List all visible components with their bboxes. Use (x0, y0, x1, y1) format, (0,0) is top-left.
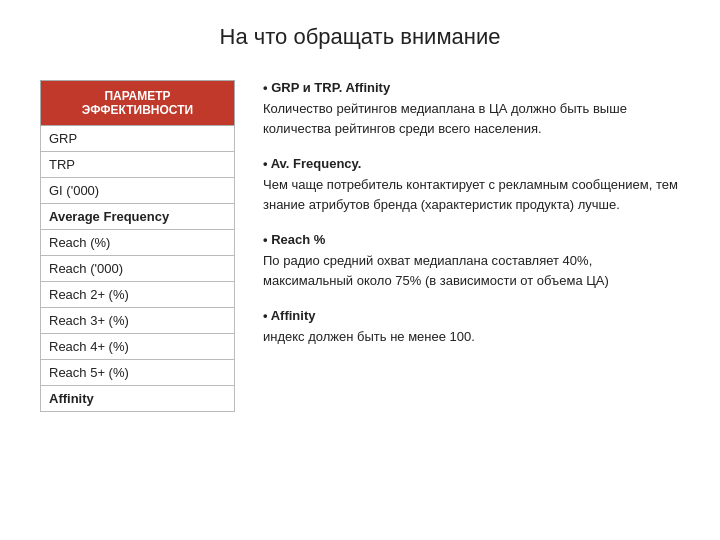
bullet-title: • GRP и TRP. Affinity (263, 80, 680, 95)
table-row: Reach (%) (40, 230, 235, 256)
bullet-title: • Affinity (263, 308, 680, 323)
table-row: Reach 5+ (%) (40, 360, 235, 386)
right-section: • GRP и TRP. AffinityКоличество рейтинго… (263, 80, 680, 347)
table-row: GRP (40, 126, 235, 152)
bullet-block: • Affinityиндекс должен быть не менее 10… (263, 308, 680, 347)
bullet-text: индекс должен быть не менее 100. (263, 327, 680, 347)
table-row: Average Frequency (40, 204, 235, 230)
bullet-text: Количество рейтингов медиаплана в ЦА дол… (263, 99, 680, 138)
table-row: Reach 2+ (%) (40, 282, 235, 308)
table-row: Affinity (40, 386, 235, 412)
page-title: На что обращать внимание (40, 24, 680, 50)
table-section: ПАРАМЕТР ЭФФЕКТИВНОСТИ GRPTRPGI ('000)Av… (40, 80, 235, 412)
bullet-block: • Reach %По радио средний охват медиапла… (263, 232, 680, 290)
bullet-title: • Reach % (263, 232, 680, 247)
table-row: Reach 3+ (%) (40, 308, 235, 334)
bullet-text: Чем чаще потребитель контактирует с рекл… (263, 175, 680, 214)
bullet-text: По радио средний охват медиаплана состав… (263, 251, 680, 290)
table-row: Reach 4+ (%) (40, 334, 235, 360)
content-area: ПАРАМЕТР ЭФФЕКТИВНОСТИ GRPTRPGI ('000)Av… (40, 80, 680, 412)
bullet-block: • Av. Frequency.Чем чаще потребитель кон… (263, 156, 680, 214)
table-header: ПАРАМЕТР ЭФФЕКТИВНОСТИ (40, 80, 235, 126)
bullet-title: • Av. Frequency. (263, 156, 680, 171)
bullet-block: • GRP и TRP. AffinityКоличество рейтинго… (263, 80, 680, 138)
table-row: TRP (40, 152, 235, 178)
table-row: GI ('000) (40, 178, 235, 204)
table-row: Reach ('000) (40, 256, 235, 282)
page: На что обращать внимание ПАРАМЕТР ЭФФЕКТ… (0, 0, 720, 540)
